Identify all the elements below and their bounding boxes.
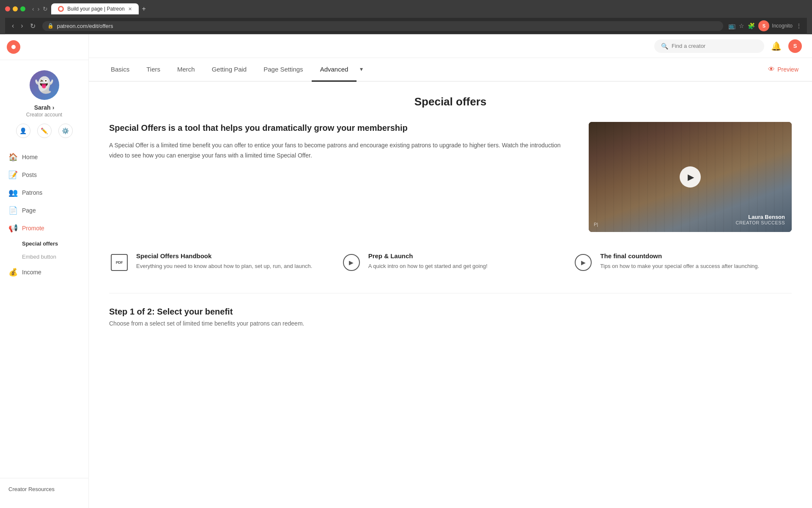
cast-icon: 📺 (728, 22, 735, 29)
tab-close-btn[interactable]: ✕ (128, 6, 132, 12)
tab-tiers[interactable]: Tiers (138, 58, 169, 82)
resource-desc-launch: A quick intro on how to get started and … (368, 262, 488, 271)
incognito-badge: S Incognito (758, 20, 793, 31)
sidebar-item-promote[interactable]: 📢 Promote (0, 219, 88, 237)
sidebar-profile: 👻 Sarah › Creator account 👤 ✏️ ⚙️ (0, 60, 88, 145)
search-input[interactable] (672, 43, 748, 49)
resource-card-text-launch: Prep & Launch A quick intro on how to ge… (368, 252, 488, 271)
resource-card-countdown: ▶ The final countdown Tips on how to mak… (573, 252, 792, 273)
browser-forward-btn[interactable]: › (38, 6, 40, 12)
addr-forward-btn[interactable]: › (19, 21, 25, 31)
address-bar[interactable]: 🔒 patreon.com/edit/offers (42, 21, 724, 31)
step-section: Step 1 of 2: Select your benefit Choose … (109, 293, 792, 327)
resource-title-handbook: Special Offers Handbook (136, 252, 312, 260)
resource-desc-handbook: Everything you need to know about how to… (136, 262, 312, 271)
page-icon: 📄 (8, 206, 17, 215)
sidebar-item-income[interactable]: 💰 Income (0, 263, 88, 281)
profile-edit-btn[interactable]: ✏️ (37, 124, 52, 138)
profile-actions: 👤 ✏️ ⚙️ (16, 124, 73, 138)
tab-getting-paid[interactable]: Getting Paid (203, 58, 255, 82)
browser-back-btn[interactable]: ‹ (32, 6, 34, 12)
patrons-icon: 👥 (8, 188, 17, 197)
video-play-btn[interactable]: ▶ (680, 166, 701, 188)
sidebar-item-page[interactable]: 📄 Page (0, 202, 88, 219)
preview-label: Preview (777, 66, 798, 73)
sidebar-sub-item-special-offers[interactable]: Special offers (0, 237, 88, 250)
addr-back-btn[interactable]: ‹ (10, 21, 16, 31)
sidebar-item-home[interactable]: 🏠 Home (0, 148, 88, 166)
resource-card-launch: ▶ Prep & Launch A quick intro on how to … (341, 252, 560, 273)
extension-icon: 🧩 (748, 22, 755, 29)
page-title: Special offers (109, 95, 792, 108)
profile-view-btn[interactable]: 👤 (16, 124, 30, 138)
sidebar-item-posts-label: Posts (22, 171, 37, 178)
play-icon: ▶ (688, 172, 694, 182)
edit-tabs: Basics Tiers Merch Getting Paid Page Set… (89, 58, 812, 82)
step-title: Step 1 of 2: Select your benefit (109, 307, 792, 317)
pdf-icon: PDF (111, 254, 128, 271)
traffic-light-minimize[interactable] (13, 6, 18, 11)
menu-icon[interactable]: ⋮ (796, 22, 802, 29)
resource-card-text-handbook: Special Offers Handbook Everything you n… (136, 252, 312, 271)
sidebar: 👻 Sarah › Creator account 👤 ✏️ ⚙️ 🏠 Home… (0, 34, 89, 508)
hero-video[interactable]: ▶ Laura Benson CREATOR SUCCESS P| (589, 122, 792, 232)
tab-title: Build your page | Patreon (67, 6, 124, 12)
sidebar-item-posts[interactable]: 📝 Posts (0, 166, 88, 184)
sidebar-item-patrons[interactable]: 👥 Patrons (0, 184, 88, 202)
hero-body: A Special Offer is a limited time benefi… (109, 141, 572, 161)
search-bar[interactable]: 🔍 (654, 39, 764, 53)
resource-desc-countdown: Tips on how to make your special offer a… (600, 262, 759, 271)
profile-settings-btn[interactable]: ⚙️ (58, 124, 73, 138)
new-tab-btn[interactable]: + (139, 3, 149, 14)
sidebar-footer: Creator Resources (0, 478, 88, 500)
video-overlay: ▶ (680, 166, 701, 188)
sidebar-item-page-label: Page (22, 207, 36, 214)
url-display: patreon.com/edit/offers (57, 23, 719, 29)
posts-icon: 📝 (8, 170, 17, 179)
addr-refresh-btn[interactable]: ↻ (28, 21, 37, 31)
incognito-avatar: S (758, 20, 769, 31)
sidebar-sub-item-embed-button[interactable]: Embed button (0, 250, 88, 263)
browser-tab-active[interactable]: Build your page | Patreon ✕ (51, 3, 138, 14)
main-content: 🔍 🔔 S Basics Tiers Merch Getting Paid Pa… (89, 34, 812, 508)
tab-advanced[interactable]: Advanced (312, 58, 357, 82)
tab-favicon (58, 6, 64, 12)
resource-card-handbook: PDF Special Offers Handbook Everything y… (109, 252, 328, 273)
patreon-logo[interactable] (7, 40, 20, 54)
lock-icon: 🔒 (47, 23, 54, 29)
sidebar-item-patrons-label: Patrons (22, 189, 42, 196)
traffic-light-close[interactable] (5, 6, 10, 11)
video-person-subtitle: CREATOR SUCCESS (735, 220, 785, 225)
notification-bell[interactable]: 🔔 (771, 41, 782, 51)
incognito-label: Incognito (772, 23, 793, 29)
hero-text: Special Offers is a tool that helps you … (109, 122, 572, 161)
tab-list: Basics Tiers Merch Getting Paid Page Set… (102, 58, 366, 81)
profile-name: Sarah › (34, 104, 55, 111)
traffic-light-maximize[interactable] (20, 6, 25, 11)
sidebar-nav: 🏠 Home 📝 Posts 👥 Patrons 📄 Page 📢 Promot… (0, 145, 88, 478)
play-circle-icon-countdown: ▶ (575, 254, 592, 271)
resources-section: PDF Special Offers Handbook Everything y… (109, 252, 792, 273)
logo-icon (7, 40, 20, 54)
tab-basics[interactable]: Basics (102, 58, 138, 82)
hero-heading: Special Offers is a tool that helps you … (109, 122, 572, 134)
avatar: 👻 (30, 70, 59, 100)
video-logo: P| (594, 222, 598, 227)
video-caption: Laura Benson CREATOR SUCCESS (735, 214, 785, 225)
sidebar-item-promote-label: Promote (22, 225, 44, 232)
resource-play-icon-wrap-countdown: ▶ (573, 252, 593, 273)
bookmark-icon[interactable]: ☆ (739, 22, 744, 29)
preview-button[interactable]: 👁 Preview (768, 66, 798, 73)
resource-pdf-icon-wrap: PDF (109, 252, 129, 273)
hero-section: Special Offers is a tool that helps you … (109, 122, 792, 232)
tab-more-btn[interactable]: ▾ (357, 58, 366, 81)
creator-resources-link[interactable]: Creator Resources (8, 486, 55, 492)
tab-page-settings[interactable]: Page Settings (255, 58, 311, 82)
tab-merch[interactable]: Merch (169, 58, 203, 82)
browser-refresh-btn[interactable]: ↻ (43, 6, 48, 12)
step-subtitle: Choose from a select set of limited time… (109, 320, 792, 327)
income-icon: 💰 (8, 268, 17, 277)
user-avatar[interactable]: S (788, 39, 802, 53)
profile-role: Creator account (26, 112, 62, 118)
page-body: Special offers Special Offers is a tool … (89, 82, 812, 508)
